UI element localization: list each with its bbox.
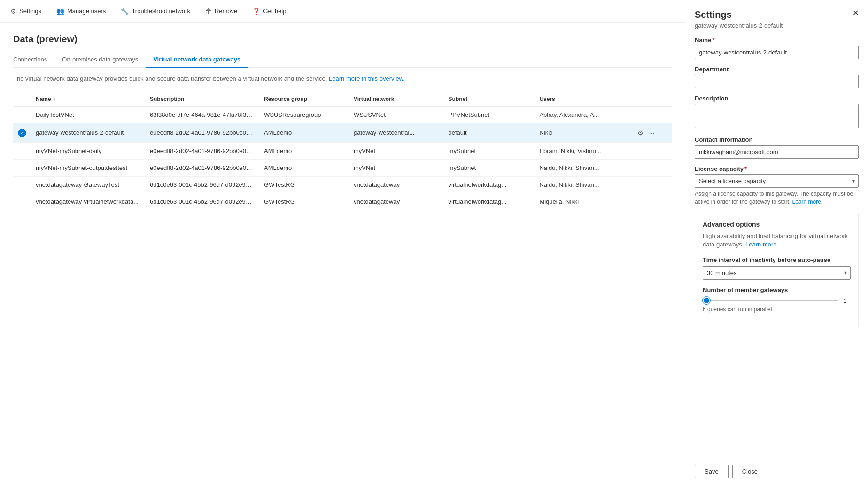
row-subscription-cell: e0eedff8-2d02-4a01-9786-92bb0e0cb...: [145, 142, 259, 159]
learn-more-link[interactable]: Learn more in this overview.: [329, 75, 405, 82]
toolbar-item-manage-users[interactable]: 👥Manage users: [54, 6, 108, 17]
advanced-title: Advanced options: [703, 221, 851, 228]
panel-footer: Save Close: [685, 459, 868, 484]
row-actions-cell: [631, 176, 672, 193]
toolbar-icon-settings: ⚙: [10, 8, 16, 15]
table-row[interactable]: vnetdatagateway-virtualnetworkdata...6d1…: [13, 193, 672, 210]
name-label: Name*: [695, 37, 859, 44]
toolbar-icon-troubleshoot: 🔧: [121, 8, 129, 15]
close-panel-button[interactable]: ✕: [852, 9, 859, 17]
panel-title-group: Settings: [695, 9, 732, 20]
time-interval-field-group: Time interval of inactivity before auto-…: [703, 256, 851, 280]
close-button[interactable]: Close: [732, 465, 767, 478]
row-users-cell: Nikki: [535, 123, 630, 142]
row-subnet-cell: default: [444, 123, 535, 142]
col-header-users: Users: [535, 92, 630, 107]
license-select-wrapper: Select a license capacity ▾: [695, 174, 859, 188]
main-area: ⚙Settings👥Manage users🔧Troubleshoot netw…: [0, 0, 685, 484]
row-settings-button[interactable]: ⚙: [636, 128, 645, 138]
time-interval-select[interactable]: 30 minutes 15 minutes 1 hour 2 hours: [703, 266, 851, 280]
table-row[interactable]: DailyTestVNet63f38d0e-df7e-464a-981e-47f…: [13, 106, 672, 123]
row-virtual-network-cell: myVNet: [349, 142, 444, 159]
row-resource-group-cell: AMLdemo: [259, 142, 349, 159]
parallel-queries-note: 6 queries can run in parallel: [703, 306, 851, 313]
row-users-cell: Naidu, Nikki, Shivan...: [535, 159, 630, 176]
row-actions-cell: [631, 159, 672, 176]
table-row[interactable]: ✓ gateway-westcentralus-2-default e0eedf…: [13, 123, 672, 142]
department-input[interactable]: [695, 75, 859, 88]
department-field-group: Department: [695, 66, 859, 88]
row-name-with-actions: gateway-westcentralus-2-default: [36, 129, 140, 136]
toolbar-icon-manage-users: 👥: [56, 8, 64, 15]
row-subscription-cell: 63f38d0e-df7e-464a-981e-47fa78f30861: [145, 106, 259, 123]
col-header-subscription: Subscription: [145, 92, 259, 107]
col-header-actions: [631, 92, 672, 107]
sort-icon-name: ↑: [52, 97, 56, 102]
toolbar: ⚙Settings👥Manage users🔧Troubleshoot netw…: [0, 0, 685, 23]
tabs-container: ConnectionsOn-premises data gatewaysVirt…: [13, 52, 672, 68]
tab-on-premises[interactable]: On-premises data gateways: [54, 52, 146, 68]
save-button[interactable]: Save: [695, 465, 728, 478]
toolbar-item-remove[interactable]: 🗑Remove: [202, 6, 240, 17]
table-row[interactable]: myVNet-mySubnet-dailye0eedff8-2d02-4a01-…: [13, 142, 672, 159]
name-input[interactable]: [695, 46, 859, 59]
toolbar-icon-remove: 🗑: [205, 8, 212, 15]
toolbar-item-settings[interactable]: ⚙Settings: [8, 6, 44, 17]
license-learn-more-link[interactable]: Learn more.: [792, 199, 822, 205]
panel-title: Settings: [695, 9, 732, 20]
data-table: Name ↑SubscriptionResource groupVirtual …: [13, 92, 672, 210]
contact-field-group: Contact information: [695, 136, 859, 159]
member-gateways-label: Number of member gateways: [703, 286, 851, 293]
member-gateways-slider[interactable]: [703, 300, 838, 301]
col-header-subnet: Subnet: [444, 92, 535, 107]
contact-input[interactable]: [695, 145, 859, 159]
toolbar-item-troubleshoot[interactable]: 🔧Troubleshoot network: [118, 6, 193, 17]
tab-description: The virtual network data gateway provide…: [13, 74, 672, 84]
row-name-cell: vnetdatagateway-virtualnetworkdata...: [31, 193, 145, 210]
row-resource-group-cell: WSUSResouregroup: [259, 106, 349, 123]
license-select[interactable]: Select a license capacity: [695, 174, 859, 188]
description-label: Description: [695, 95, 859, 102]
col-header-virtual-network: Virtual network: [349, 92, 444, 107]
tab-virtual-network[interactable]: Virtual network data gateways: [146, 52, 248, 68]
department-label: Department: [695, 66, 859, 73]
col-header-resource-group: Resource group: [259, 92, 349, 107]
row-more-button[interactable]: ···: [647, 128, 657, 138]
panel-body: Name* Department Description Contact inf…: [685, 29, 868, 459]
row-subnet-cell: mySubnet: [444, 142, 535, 159]
row-subscription-cell: e0eedff8-2d02-4a01-9786-92bb0e0cb...: [145, 123, 259, 142]
toolbar-item-get-help[interactable]: ❓Get help: [249, 6, 289, 17]
toolbar-label-manage-users: Manage users: [67, 8, 106, 15]
panel-header: Settings ✕: [685, 0, 868, 20]
tab-connections[interactable]: Connections: [13, 52, 54, 68]
license-field-group: License capacity* Select a license capac…: [695, 165, 859, 206]
row-actions: ⚙ ···: [636, 128, 667, 138]
table-row[interactable]: vnetdatagateway-GatewayTest6d1c0e63-001c…: [13, 176, 672, 193]
toolbar-label-troubleshoot: Troubleshoot network: [132, 8, 190, 15]
row-actions-cell: [631, 193, 672, 210]
row-subnet-cell: mySubnet: [444, 159, 535, 176]
description-textarea[interactable]: [695, 104, 859, 128]
toolbar-label-remove: Remove: [215, 8, 237, 15]
member-gateways-field-group: Number of member gateways 1 6 queries ca…: [703, 286, 851, 313]
row-subscription-cell: e0eedff8-2d02-4a01-9786-92bb0e0cb...: [145, 159, 259, 176]
description-field-group: Description: [695, 95, 859, 130]
row-actions-cell: [631, 106, 672, 123]
row-users-cell: Ebram, Nikki, Vishnu...: [535, 142, 630, 159]
panel-subtitle: gateway-westcentralus-2-default: [685, 22, 868, 29]
content-area: Data (preview) ConnectionsOn-premises da…: [0, 23, 685, 484]
advanced-learn-more-link[interactable]: Learn more.: [745, 241, 778, 248]
row-resource-group-cell: GWTestRG: [259, 176, 349, 193]
row-virtual-network-cell: myVNet: [349, 159, 444, 176]
row-icon-cell: [13, 193, 31, 210]
name-field-group: Name*: [695, 37, 859, 59]
time-interval-label: Time interval of inactivity before auto-…: [703, 256, 851, 263]
page-title: Data (preview): [13, 34, 672, 45]
row-subnet-cell: virtualnetworkdatag...: [444, 176, 535, 193]
row-users-cell: Abhay, Alexandra, A...: [535, 106, 630, 123]
row-subnet-cell: virtualnetworkdatag...: [444, 193, 535, 210]
col-header-name[interactable]: Name ↑: [31, 92, 145, 107]
toolbar-icon-get-help: ❓: [252, 8, 260, 15]
slider-container: 1: [703, 297, 851, 304]
table-row[interactable]: myVNet-mySubnet-outputdestteste0eedff8-2…: [13, 159, 672, 176]
